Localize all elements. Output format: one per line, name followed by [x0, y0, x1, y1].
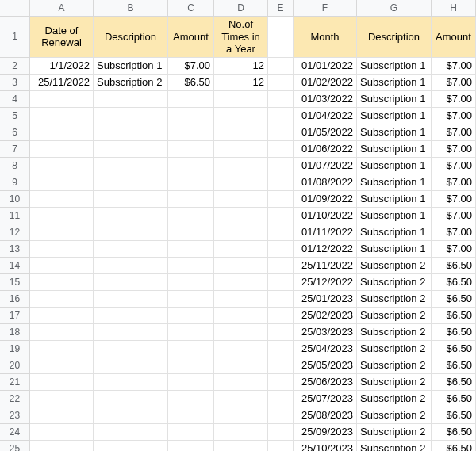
cell-C4[interactable] [168, 91, 214, 108]
cell-G25[interactable]: Subscription 2 [357, 441, 432, 451]
cell-E13[interactable] [268, 241, 294, 258]
cell-D13[interactable] [214, 241, 268, 258]
cell-B16[interactable] [94, 291, 168, 308]
row-header-19[interactable]: 19 [0, 341, 30, 357]
cell-F24[interactable]: 25/09/2023 [294, 424, 357, 441]
cell-C10[interactable] [168, 191, 214, 208]
cell-C3[interactable]: $6.50 [168, 75, 214, 91]
row-header-14[interactable]: 14 [0, 258, 30, 274]
cell-F17[interactable]: 25/02/2023 [294, 308, 357, 324]
cell-D9[interactable] [214, 174, 268, 191]
cell-D21[interactable] [214, 374, 268, 391]
cell-D16[interactable] [214, 291, 268, 308]
cell-A25[interactable] [30, 441, 94, 451]
cell-B15[interactable] [94, 274, 168, 291]
cell-D20[interactable] [214, 357, 268, 374]
cell-H22[interactable]: $6.50 [432, 391, 476, 407]
cell-F5[interactable]: 01/04/2022 [294, 108, 357, 124]
cell-E20[interactable] [268, 357, 294, 374]
cell-F8[interactable]: 01/07/2022 [294, 158, 357, 174]
cell-E24[interactable] [268, 424, 294, 441]
cell-E4[interactable] [268, 91, 294, 108]
cell-F25[interactable]: 25/10/2023 [294, 441, 357, 451]
cell-C22[interactable] [168, 391, 214, 407]
cell-G22[interactable]: Subscription 2 [357, 391, 432, 407]
cell-F21[interactable]: 25/06/2023 [294, 374, 357, 391]
cell-H19[interactable]: $6.50 [432, 341, 476, 357]
cell-H15[interactable]: $6.50 [432, 274, 476, 291]
cell-G18[interactable]: Subscription 2 [357, 324, 432, 341]
cell-G15[interactable]: Subscription 2 [357, 274, 432, 291]
cell-G13[interactable]: Subscription 1 [357, 241, 432, 258]
cell-F18[interactable]: 25/03/2023 [294, 324, 357, 341]
cell-G11[interactable]: Subscription 1 [357, 208, 432, 224]
row-header-2[interactable]: 2 [0, 58, 30, 75]
cell-H3[interactable]: $7.00 [432, 75, 476, 91]
cell-B20[interactable] [94, 357, 168, 374]
row-header-13[interactable]: 13 [0, 241, 30, 258]
cell-B9[interactable] [94, 174, 168, 191]
row-header-25[interactable]: 25 [0, 441, 30, 451]
cell-E9[interactable] [268, 174, 294, 191]
header-right-F[interactable]: Month [294, 17, 357, 58]
cell-G4[interactable]: Subscription 1 [357, 91, 432, 108]
cell-D2[interactable]: 12 [214, 58, 268, 75]
cell-E10[interactable] [268, 191, 294, 208]
cell-E25[interactable] [268, 441, 294, 451]
cell-B5[interactable] [94, 108, 168, 124]
row-header-16[interactable]: 16 [0, 291, 30, 308]
cell-H6[interactable]: $7.00 [432, 124, 476, 141]
cell-B22[interactable] [94, 391, 168, 407]
cell-A19[interactable] [30, 341, 94, 357]
cell-A13[interactable] [30, 241, 94, 258]
cell-F15[interactable]: 25/12/2022 [294, 274, 357, 291]
cell-C15[interactable] [168, 274, 214, 291]
cell-A3[interactable]: 25/11/2022 [30, 75, 94, 91]
cell-E6[interactable] [268, 124, 294, 141]
row-header-15[interactable]: 15 [0, 274, 30, 291]
row-header-3[interactable]: 3 [0, 75, 30, 91]
cell-G23[interactable]: Subscription 2 [357, 407, 432, 424]
cell-D3[interactable]: 12 [214, 75, 268, 91]
cell-B17[interactable] [94, 308, 168, 324]
cell-E2[interactable] [268, 58, 294, 75]
cell-A21[interactable] [30, 374, 94, 391]
cell-D17[interactable] [214, 308, 268, 324]
cell-H21[interactable]: $6.50 [432, 374, 476, 391]
cell-G19[interactable]: Subscription 2 [357, 341, 432, 357]
cell-H14[interactable]: $6.50 [432, 258, 476, 274]
cell-F4[interactable]: 01/03/2022 [294, 91, 357, 108]
row-header-22[interactable]: 22 [0, 391, 30, 407]
cell-F2[interactable]: 01/01/2022 [294, 58, 357, 75]
cell-F10[interactable]: 01/09/2022 [294, 191, 357, 208]
cell-E17[interactable] [268, 308, 294, 324]
cell-D8[interactable] [214, 158, 268, 174]
cell-H25[interactable]: $6.50 [432, 441, 476, 451]
header-left-A[interactable]: Date of Renewal [30, 17, 94, 58]
cell-A6[interactable] [30, 124, 94, 141]
cell-D11[interactable] [214, 208, 268, 224]
cell-B23[interactable] [94, 407, 168, 424]
cell-H12[interactable]: $7.00 [432, 224, 476, 241]
col-header-C[interactable]: C [168, 0, 214, 17]
row-header-24[interactable]: 24 [0, 424, 30, 441]
cell-H5[interactable]: $7.00 [432, 108, 476, 124]
cell-H17[interactable]: $6.50 [432, 308, 476, 324]
header-left-B[interactable]: Description [94, 17, 168, 58]
cell-G9[interactable]: Subscription 1 [357, 174, 432, 191]
cell-A2[interactable]: 1/1/2022 [30, 58, 94, 75]
cell-B18[interactable] [94, 324, 168, 341]
cell-E21[interactable] [268, 374, 294, 391]
cell-C8[interactable] [168, 158, 214, 174]
cell-E7[interactable] [268, 141, 294, 158]
cell-B19[interactable] [94, 341, 168, 357]
cell-G24[interactable]: Subscription 2 [357, 424, 432, 441]
cell-H20[interactable]: $6.50 [432, 357, 476, 374]
cell-H23[interactable]: $6.50 [432, 407, 476, 424]
cell-A12[interactable] [30, 224, 94, 241]
cell-C20[interactable] [168, 357, 214, 374]
header-right-G[interactable]: Description [357, 17, 432, 58]
cell-E22[interactable] [268, 391, 294, 407]
cell-C11[interactable] [168, 208, 214, 224]
cell-A7[interactable] [30, 141, 94, 158]
